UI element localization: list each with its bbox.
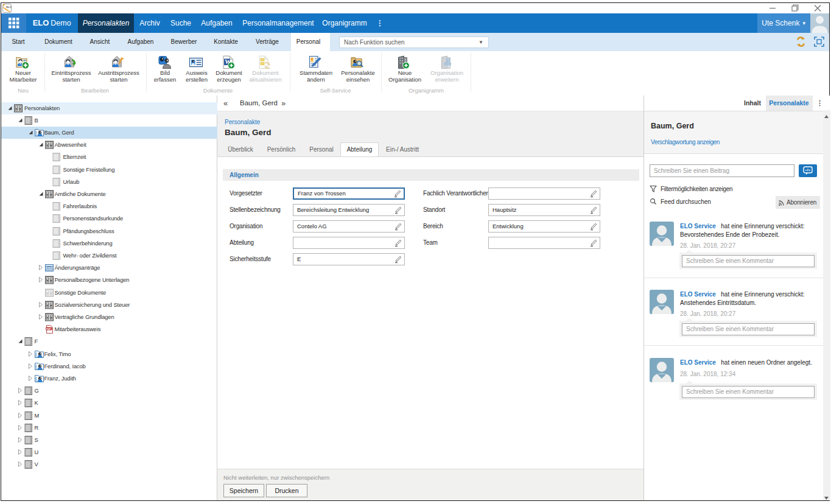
svg-text:ELO: ELO	[6, 5, 12, 9]
svg-text:PDF: PDF	[46, 328, 51, 331]
